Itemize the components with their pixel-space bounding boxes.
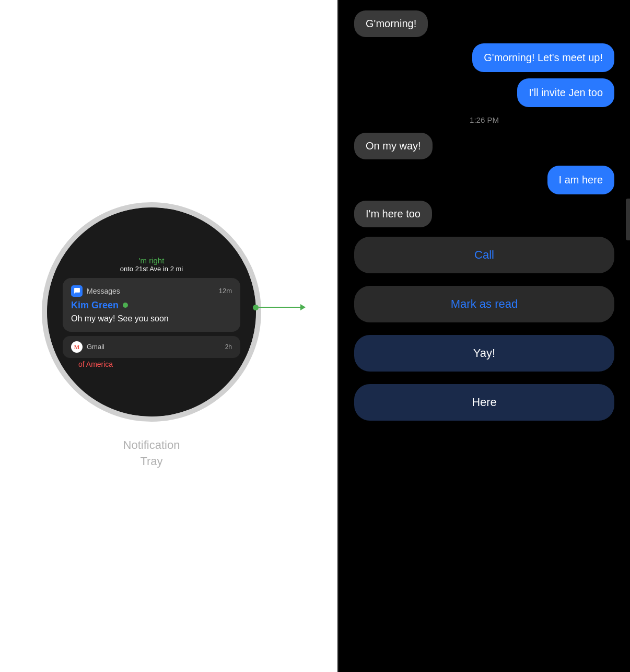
yay-button[interactable]: Yay! [354,335,614,372]
watch-circle: 'm right onto 21st Ave in 2 mi Messages [42,202,261,422]
notif-sender: Kim Green [71,300,232,311]
phone-right-bump [626,199,630,240]
mark-as-read-button[interactable]: Mark as read [354,286,614,322]
notif-header: Messages 12m [71,285,232,297]
gmail-row: M Gmail [71,341,104,353]
unread-dot [123,303,128,308]
notif-message: Oh my way! See you soon [71,313,232,325]
notification-card[interactable]: Messages 12m Kim Green Oh my way! See yo… [63,278,240,332]
nav-text-green: 'm right [63,256,240,265]
left-panel: 'm right onto 21st Ave in 2 mi Messages [0,0,303,672]
gmail-icon: M [71,341,83,353]
connector [253,304,306,310]
messages-container: G'morning! G'morning! Let's meet up! I'l… [349,0,620,672]
connector-line [259,307,300,308]
right-panel: G'morning! G'morning! Let's meet up! I'l… [337,0,630,672]
phone-screen: G'morning! G'morning! Let's meet up! I'l… [339,0,630,672]
messages-icon [71,285,83,297]
msg-sent-2: I'll invite Jen too [517,78,614,107]
bank-text: of America [63,360,240,368]
msg-received-2: On my way! [354,133,433,159]
connector-arrow [300,304,306,310]
msg-sent-3: I am here [547,166,614,194]
watch-content: 'm right onto 21st Ave in 2 mi Messages [47,246,256,379]
gmail-time: 2h [225,343,232,351]
gmail-card[interactable]: M Gmail 2h [63,336,240,358]
msg-received-1: G'morning! [354,10,428,37]
notification-tray-label: NotificationTray [123,437,180,470]
msg-sent-1: G'morning! Let's meet up! [472,43,614,72]
here-button[interactable]: Here [354,384,614,421]
watch-container: 'm right onto 21st Ave in 2 mi Messages [42,202,261,422]
app-label: Messages [87,287,120,295]
call-button[interactable]: Call [354,237,614,273]
msg-timestamp: 1:26 PM [354,115,614,124]
msg-received-3: I'm here too [354,201,432,227]
connector-dot [253,305,259,310]
sender-name: Kim Green [71,300,119,311]
nav-row: 'm right onto 21st Ave in 2 mi [63,256,240,273]
notif-app-name: Messages [71,285,120,297]
nav-text-white: onto 21st Ave in 2 mi [63,265,240,273]
gmail-label: Gmail [87,343,104,351]
notif-time: 12m [219,287,232,295]
